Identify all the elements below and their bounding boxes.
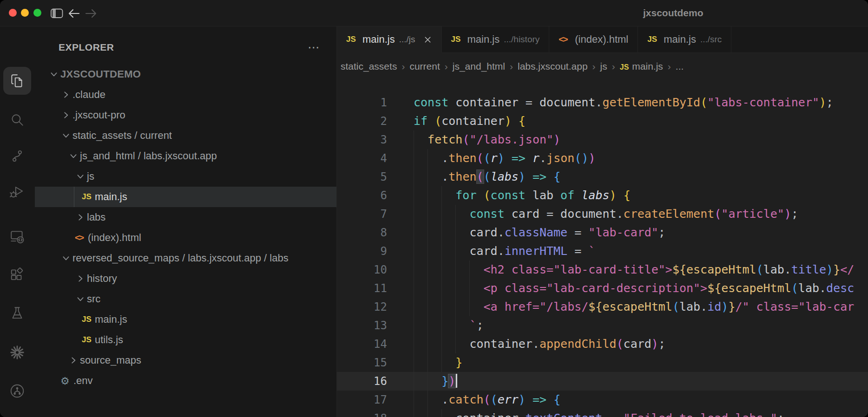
- forward-icon[interactable]: [85, 7, 98, 20]
- tab-dir-hint: .../src: [700, 34, 722, 45]
- sidebar-toggle-icon[interactable]: [50, 7, 63, 20]
- tree-item-.claude[interactable]: .claude: [35, 85, 336, 105]
- breadcrumb-file-label: main.js: [632, 61, 663, 72]
- code-line-11: 11 <p class="lab-card-description">${esc…: [337, 279, 868, 298]
- line-number: 18: [337, 409, 387, 417]
- chevron-down-icon[interactable]: [60, 253, 72, 264]
- indent-guide: [414, 205, 414, 223]
- code-line-text: .then((labs) => {: [414, 168, 868, 186]
- tab-label: (index).html: [575, 33, 628, 46]
- tree-item-label: source_maps: [80, 354, 141, 366]
- tree-item-utils.js[interactable]: JSutils.js: [35, 330, 336, 350]
- code-line-3: 3 fetch("/labs.json"): [337, 130, 868, 149]
- tree-item-label: js_and_html / labs.jxscout.app: [80, 150, 217, 162]
- tab--index-.html[interactable]: <>(index).html: [549, 26, 638, 52]
- tree-item-src[interactable]: src: [35, 289, 336, 309]
- tree-item-js[interactable]: js: [35, 166, 336, 187]
- tree-item-main.js[interactable]: JSmain.js: [35, 187, 336, 207]
- html-file-icon: <>: [559, 34, 571, 45]
- tree-item-label: main.js: [95, 191, 127, 203]
- indent-guide: [455, 242, 456, 261]
- code-line-12: 12 <a href="/labs/${escapeHtml(lab.id)}/…: [337, 298, 868, 316]
- tree-item-label: labs: [87, 211, 105, 223]
- line-number: 5: [337, 168, 387, 186]
- close-window-button[interactable]: [9, 9, 17, 17]
- indent-guide: [455, 298, 456, 316]
- starburst-icon[interactable]: [3, 339, 31, 366]
- tab-main.js-history[interactable]: JSmain.js.../history: [442, 26, 550, 52]
- line-number: 1: [337, 93, 387, 112]
- code-line-text: }): [414, 372, 868, 391]
- tree-item-main.js[interactable]: JSmain.js: [35, 309, 336, 330]
- tree-item-.jxscout-pro[interactable]: .jxscout-pro: [35, 105, 336, 125]
- breadcrumb-item-current[interactable]: current: [409, 61, 440, 72]
- breadcrumb-item-static_assets[interactable]: static_assets: [341, 61, 397, 72]
- code-line-text: const container = document.getElementByI…: [414, 93, 868, 112]
- close-icon[interactable]: [423, 35, 432, 44]
- indent-guide: [427, 261, 428, 279]
- indent-guide: [441, 242, 442, 261]
- graph-circle-icon[interactable]: [3, 377, 31, 405]
- breadcrumb-item-js[interactable]: js: [600, 61, 607, 72]
- code-line-text: fetch("/labs.json"): [414, 130, 868, 149]
- code-line-1: 1const container = document.getElementBy…: [337, 93, 868, 112]
- chevron-down-icon[interactable]: [75, 171, 86, 182]
- indent-guide: [414, 223, 414, 242]
- code-editor[interactable]: 1const container = document.getElementBy…: [337, 80, 868, 417]
- testing-flask-icon[interactable]: [3, 300, 31, 327]
- tree-item-source-maps[interactable]: source_maps: [35, 350, 336, 371]
- extensions-icon[interactable]: [3, 261, 31, 289]
- titlebar: jxscoutdemo: [0, 0, 868, 26]
- chevron-right-icon[interactable]: [68, 355, 79, 366]
- breadcrumb-separator: ›: [668, 61, 671, 72]
- indent-guide: [441, 205, 442, 223]
- tree-item-label: js: [87, 170, 94, 182]
- breadcrumb-separator: ›: [510, 61, 513, 72]
- tree-item-js-and-html-labs.jxscout.app[interactable]: js_and_html / labs.jxscout.app: [35, 146, 336, 166]
- code-line-8: 8 card.className = "lab-card";: [337, 223, 868, 242]
- run-debug-icon[interactable]: [3, 177, 31, 205]
- tree-item-reversed-source-maps-labs.jxscout.app-labs[interactable]: reversed_source_maps / labs.jxscout.app …: [35, 248, 336, 268]
- tree-item-label: history: [87, 273, 117, 285]
- code-line-text: `;: [414, 316, 868, 335]
- code-line-text: .catch((err) => {: [414, 391, 868, 409]
- tree-item-jxscoutdemo[interactable]: JXSCOUTDEMO: [35, 64, 336, 85]
- chevron-down-icon[interactable]: [60, 130, 72, 141]
- tab-main.js-src[interactable]: JSmain.js.../src: [638, 26, 731, 52]
- indent-guide: [427, 168, 428, 186]
- breadcrumb-item-js_and_html[interactable]: js_and_html: [453, 61, 505, 72]
- breadcrumb-symbol-trailing[interactable]: ...: [676, 61, 684, 72]
- breadcrumb-item-file[interactable]: JSmain.js: [620, 61, 663, 72]
- chevron-down-icon[interactable]: [48, 69, 59, 80]
- source-control-icon[interactable]: [3, 142, 31, 170]
- minimize-window-button[interactable]: [21, 9, 29, 17]
- tree-item-labs[interactable]: labs: [35, 207, 336, 228]
- explorer-icon[interactable]: [3, 67, 31, 95]
- tree-item-static-assets-current[interactable]: static_assets / current: [35, 125, 336, 146]
- line-number: 11: [337, 279, 387, 298]
- tree-item-label: (index).html: [88, 232, 141, 244]
- tree-item--index-.html[interactable]: <>(index).html: [35, 228, 336, 248]
- line-number: 12: [337, 298, 387, 316]
- chevron-right-icon[interactable]: [60, 110, 72, 121]
- maximize-window-button[interactable]: [33, 9, 41, 17]
- chevron-right-icon[interactable]: [75, 273, 86, 284]
- chevron-down-icon[interactable]: [68, 150, 79, 162]
- chevron-right-icon[interactable]: [60, 89, 72, 100]
- breadcrumb-item-labs.jxscout.app[interactable]: labs.jxscout.app: [518, 61, 588, 72]
- chevron-right-icon[interactable]: [75, 212, 86, 223]
- chevron-down-icon[interactable]: [75, 293, 86, 305]
- more-actions-icon[interactable]: ⋯: [308, 45, 321, 50]
- line-number: 13: [337, 316, 387, 335]
- database-stack-icon[interactable]: [3, 412, 31, 417]
- tree-item-.env[interactable]: ⚙.env: [35, 371, 336, 391]
- indent-guide: [427, 353, 428, 372]
- tab-main.js-js[interactable]: JSmain.js.../js: [337, 26, 442, 53]
- remote-explorer-icon[interactable]: [3, 222, 31, 250]
- back-icon[interactable]: [67, 7, 80, 20]
- search-icon[interactable]: [3, 106, 31, 134]
- tree-item-history[interactable]: history: [35, 268, 336, 289]
- indent-guide: [441, 335, 442, 353]
- js-file-icon: JS: [82, 192, 94, 202]
- indent-guide: [469, 279, 470, 298]
